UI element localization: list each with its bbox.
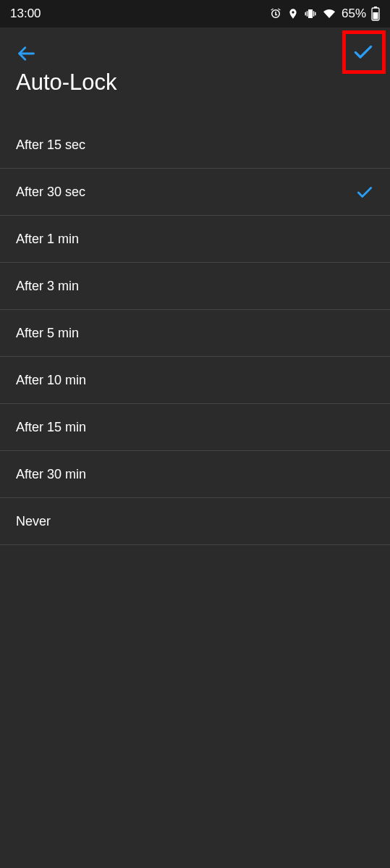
header: Auto-Lock xyxy=(0,28,390,103)
svg-rect-2 xyxy=(373,12,378,20)
option-label: After 15 min xyxy=(16,420,86,435)
battery-icon xyxy=(371,7,380,21)
list-item[interactable]: After 15 sec xyxy=(0,122,390,169)
option-label: After 15 sec xyxy=(16,138,85,153)
confirm-button[interactable] xyxy=(345,33,381,69)
selected-checkmark-icon xyxy=(355,182,374,201)
alarm-icon xyxy=(269,7,282,20)
option-label: Never xyxy=(16,514,51,529)
vibrate-icon xyxy=(304,7,317,20)
option-label: After 1 min xyxy=(16,232,79,247)
arrow-left-icon xyxy=(16,43,36,64)
option-label: After 30 sec xyxy=(16,185,85,200)
list-item[interactable]: Never xyxy=(0,498,390,545)
checkmark-icon xyxy=(352,40,375,63)
status-icons: 65% xyxy=(269,7,380,21)
status-bar: 13:00 65% xyxy=(0,0,390,28)
list-item[interactable]: After 1 min xyxy=(0,216,390,263)
battery-percent: 65% xyxy=(342,7,366,21)
option-list: After 15 sec After 30 sec After 1 min Af… xyxy=(0,122,390,545)
status-time: 13:00 xyxy=(10,7,41,21)
list-item[interactable]: After 10 min xyxy=(0,357,390,404)
option-label: After 30 min xyxy=(16,467,86,482)
back-button[interactable] xyxy=(13,41,39,67)
list-item[interactable]: After 3 min xyxy=(0,263,390,310)
location-icon xyxy=(287,7,299,20)
option-label: After 10 min xyxy=(16,373,86,388)
list-item[interactable]: After 5 min xyxy=(0,310,390,357)
list-item[interactable]: After 15 min xyxy=(0,404,390,451)
wifi-icon xyxy=(322,8,336,20)
list-item[interactable]: After 30 min xyxy=(0,451,390,498)
option-label: After 5 min xyxy=(16,326,79,341)
option-label: After 3 min xyxy=(16,279,79,294)
svg-rect-1 xyxy=(374,7,377,8)
list-item[interactable]: After 30 sec xyxy=(0,169,390,216)
page-title: Auto-Lock xyxy=(16,69,117,96)
